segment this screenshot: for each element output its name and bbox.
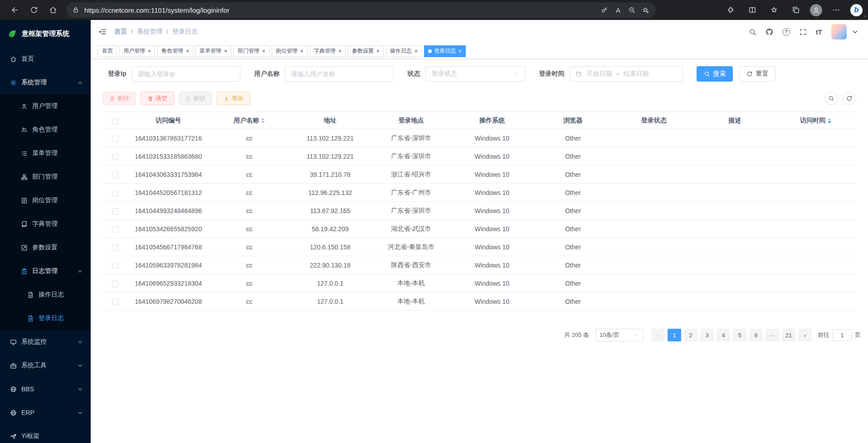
tab-user-mgmt[interactable]: 用户管理×	[119, 45, 155, 57]
row-checkbox[interactable]	[112, 299, 118, 305]
select-all-checkbox[interactable]	[112, 118, 118, 124]
help-icon[interactable]: ?	[782, 28, 790, 36]
tab-role-mgmt[interactable]: 角色管理×	[157, 45, 193, 57]
browser-home-icon[interactable]	[44, 2, 62, 18]
sidebar-item-erp[interactable]: ERP	[0, 401, 91, 424]
fullscreen-icon[interactable]	[799, 28, 807, 36]
row-checkbox[interactable]	[112, 263, 118, 269]
unlock-button[interactable]: 解锁	[179, 92, 212, 105]
password-key-icon[interactable]	[598, 3, 611, 17]
close-tab-icon[interactable]: ×	[262, 49, 265, 54]
github-icon[interactable]	[766, 28, 773, 36]
sidebar-item-system-monitor[interactable]: 系统监控	[0, 330, 91, 354]
delete-button[interactable]: 删除	[102, 92, 136, 105]
reset-button[interactable]: 重置	[739, 66, 775, 82]
close-tab-icon[interactable]: ×	[338, 49, 341, 54]
extensions-puzzle-icon[interactable]	[723, 2, 738, 18]
site-info-lock-icon[interactable]	[69, 3, 83, 17]
row-checkbox[interactable]	[112, 154, 118, 160]
username-input[interactable]	[285, 66, 394, 82]
sort-icon[interactable]	[828, 118, 831, 123]
page-button-3[interactable]: 3	[700, 329, 714, 341]
close-tab-icon[interactable]: ×	[414, 49, 418, 54]
row-checkbox[interactable]	[112, 244, 118, 251]
close-tab-icon[interactable]: ×	[300, 49, 303, 54]
next-page-button[interactable]: ›	[798, 329, 812, 341]
prev-page-button[interactable]: ‹	[651, 329, 665, 341]
user-avatar[interactable]	[831, 24, 847, 39]
collections-icon[interactable]	[788, 2, 804, 18]
close-tab-icon[interactable]: ×	[224, 49, 227, 54]
sidebar-item-home[interactable]: 首页	[0, 47, 91, 71]
browser-refresh-icon[interactable]	[25, 2, 43, 18]
sidebar-item-operation-log[interactable]: 操作日志	[0, 283, 91, 307]
sidebar-item-menu-mgmt[interactable]: 菜单管理	[0, 141, 91, 165]
clear-button[interactable]: 清空	[141, 92, 174, 105]
tab-dict-mgmt[interactable]: 字典管理×	[310, 45, 346, 57]
font-size-icon[interactable]: tT	[816, 28, 822, 36]
search-button[interactable]: 搜索	[697, 66, 733, 82]
toggle-search-icon[interactable]	[824, 92, 838, 105]
page-button-5[interactable]: 5	[733, 329, 746, 341]
sidebar-item-post-mgmt[interactable]: 岗位管理	[0, 189, 91, 212]
sidebar-item-dept-mgmt[interactable]: 部门管理	[0, 165, 91, 189]
tab-post-mgmt[interactable]: 岗位管理×	[272, 45, 307, 57]
tab-param-settings[interactable]: 参数设置×	[348, 45, 384, 57]
bing-copilot-icon[interactable]: b	[850, 4, 863, 16]
user-menu-caret-icon[interactable]	[851, 28, 859, 36]
sidebar-item-system-mgmt[interactable]: 系统管理	[0, 71, 91, 94]
favorites-bar-star-icon[interactable]	[766, 2, 782, 18]
sidebar-item-login-log[interactable]: 登录日志	[0, 307, 91, 330]
add-favorite-star-icon[interactable]	[639, 3, 652, 17]
row-checkbox[interactable]	[112, 172, 118, 178]
sidebar-item-log-mgmt[interactable]: 日志管理	[0, 259, 91, 283]
page-size-select[interactable]: 10条/页	[595, 329, 644, 341]
sort-icon[interactable]	[261, 118, 265, 123]
tab-operation-log[interactable]: 操作日志×	[386, 45, 422, 57]
pager-more-icon[interactable]: ···	[766, 329, 779, 341]
close-tab-icon[interactable]: ×	[376, 49, 380, 54]
tab-home[interactable]: 首页	[98, 45, 117, 57]
page-button-6[interactable]: 6	[749, 329, 763, 341]
browser-profile-avatar[interactable]	[810, 4, 822, 16]
ip-input[interactable]	[132, 66, 240, 82]
sidebar-item-system-tools[interactable]: 系统工具	[0, 354, 91, 377]
tab-dept-mgmt[interactable]: 部门管理×	[234, 45, 269, 57]
tab-menu-mgmt[interactable]: 菜单管理×	[195, 45, 231, 57]
page-button-2[interactable]: 2	[684, 329, 697, 341]
page-button-1[interactable]: 1	[668, 329, 681, 341]
sidebar-item-user-mgmt[interactable]: 用户管理	[0, 94, 91, 118]
page-button-4[interactable]: 4	[717, 329, 730, 341]
close-tab-icon[interactable]: ×	[147, 49, 151, 54]
sidebar-item-yi-framework[interactable]: Yi框架	[0, 424, 91, 443]
browser-menu-more-icon[interactable]	[829, 2, 844, 18]
row-checkbox[interactable]	[112, 226, 118, 233]
sidebar-item-dict-mgmt[interactable]: 字典管理	[0, 212, 91, 236]
column-header[interactable]: 用户名称	[209, 112, 289, 129]
breadcrumb-system-mgmt[interactable]: 系统管理	[137, 28, 162, 36]
sidebar-item-role-mgmt[interactable]: 角色管理	[0, 118, 91, 141]
breadcrumb-home[interactable]: 首页	[114, 28, 127, 36]
row-checkbox[interactable]	[112, 136, 118, 142]
row-checkbox[interactable]	[112, 190, 118, 196]
export-button[interactable]: 导出	[217, 92, 250, 105]
refresh-table-icon[interactable]	[843, 92, 856, 105]
status-select[interactable]: 登录状态	[425, 66, 525, 82]
date-range-picker[interactable]: 开始日期 - 结束日期	[570, 66, 683, 82]
zoom-out-icon[interactable]	[625, 3, 639, 17]
split-screen-icon[interactable]	[745, 2, 760, 18]
sidebar-toggle-icon[interactable]	[98, 27, 107, 36]
header-search-icon[interactable]	[749, 28, 756, 36]
close-tab-icon[interactable]: ×	[185, 49, 189, 54]
page-button-21[interactable]: 21	[782, 329, 795, 341]
sidebar-item-bbs[interactable]: BBS	[0, 377, 91, 401]
tab-login-log[interactable]: 登录日志×	[424, 45, 466, 57]
goto-page-input[interactable]	[832, 329, 852, 341]
row-checkbox[interactable]	[112, 281, 118, 287]
browser-back-icon[interactable]	[6, 2, 24, 18]
sidebar-item-param-settings[interactable]: 参数设置	[0, 236, 91, 259]
app-logo[interactable]: 意框架管理系统	[0, 20, 91, 47]
read-aloud-icon[interactable]: A	[611, 3, 625, 17]
row-checkbox[interactable]	[112, 208, 118, 214]
address-bar[interactable]: https://ccnetcore.com:1101/system/log/lo…	[66, 2, 656, 18]
